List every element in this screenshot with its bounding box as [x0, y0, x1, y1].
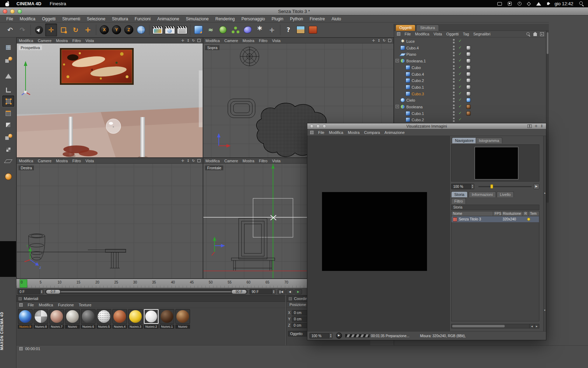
play-button[interactable]	[294, 289, 302, 294]
col-nome[interactable]: Nome	[451, 211, 493, 216]
object-row[interactable]: Cubo	[394, 64, 545, 71]
visibility-toggles[interactable]	[453, 52, 455, 57]
frame-stepper[interactable]	[272, 289, 275, 294]
object-row[interactable]: Cubo.1	[394, 84, 545, 90]
ram-play-button[interactable]	[336, 333, 342, 339]
status-icon-wifi[interactable]	[536, 2, 541, 6]
vp-menu-item[interactable]: Vista	[85, 159, 94, 163]
frame-range-slider[interactable]: 0 F 90 F	[45, 289, 247, 294]
scroll-left-button[interactable]	[529, 324, 534, 328]
col-tempo[interactable]: Tem	[528, 211, 539, 216]
uv-mode-button[interactable]	[2, 144, 14, 155]
om-menu-item[interactable]: Modifica	[415, 32, 429, 36]
scrollbar-thumb[interactable]	[452, 325, 505, 327]
zoom-slider[interactable]	[478, 186, 532, 187]
window-titlebar[interactable]: Senza Titolo 3 *	[0, 7, 588, 15]
object-row[interactable]: Cubo.4	[394, 71, 545, 77]
axis-mode-button[interactable]	[2, 84, 14, 96]
enabled-check-icon[interactable]	[458, 45, 462, 50]
visibility-toggles[interactable]	[453, 97, 455, 103]
main-menu-item[interactable]: Rendering	[215, 16, 234, 21]
macos-app-name[interactable]: CINEMA 4D	[16, 1, 41, 6]
vp-menu-item[interactable]: Mostra	[56, 39, 68, 43]
zoom-apply-button[interactable]	[533, 184, 539, 189]
picture-viewer-titlebar[interactable]: Visualizzatore Immagini	[307, 123, 546, 129]
visibility-toggles[interactable]	[453, 58, 455, 63]
goto-start-button[interactable]	[278, 289, 285, 294]
status-icon-volume[interactable]	[547, 2, 549, 5]
object-row[interactable]: Cubo.1	[394, 110, 545, 117]
main-menu-item[interactable]: Oggetti	[42, 16, 56, 21]
redo-button[interactable]	[16, 23, 28, 36]
points-mode-button[interactable]	[2, 95, 14, 107]
history-h-scrollbar[interactable]	[451, 324, 539, 328]
vp-menu-item[interactable]: Vista	[85, 39, 94, 43]
material-item[interactable]: Nuovo.7	[49, 309, 64, 330]
panel-up-icon[interactable]	[540, 32, 544, 36]
main-menu-item[interactable]: Aiuto	[331, 16, 341, 21]
texture-tag-chip[interactable]	[466, 98, 471, 102]
material-item[interactable]: Nuovo	[65, 309, 80, 330]
range-start-handle[interactable]: 0 F	[46, 290, 60, 294]
tab-filtro[interactable]: Filtro	[451, 198, 466, 204]
texture-mode-button[interactable]	[2, 70, 14, 82]
pv-menu-item[interactable]: File	[318, 130, 324, 135]
material-item[interactable]: Nuovo.5	[96, 309, 112, 330]
polygons-mode-button[interactable]	[2, 119, 14, 131]
zoom-input[interactable]: 100 %	[451, 184, 474, 189]
object-manager-scrollbar[interactable]	[546, 31, 549, 203]
pv-menu-item[interactable]: Mostra	[348, 130, 360, 135]
vp-menu-item[interactable]: Modifica	[19, 39, 33, 43]
maximize-view-icon[interactable]	[197, 39, 201, 42]
vp-menu-item[interactable]: Camere	[38, 39, 51, 43]
model-mode-button[interactable]	[2, 54, 14, 66]
pan-view-icon[interactable]	[181, 159, 184, 163]
spotlight-icon[interactable]	[579, 1, 584, 6]
visibility-toggles[interactable]	[453, 111, 455, 116]
rotate-view-icon[interactable]	[192, 159, 195, 163]
add-metaball-button[interactable]	[241, 23, 253, 36]
range-end-handle[interactable]: 90 F	[232, 290, 246, 294]
pv-zoom-input[interactable]: 100 %	[309, 333, 332, 339]
add-array-button[interactable]	[229, 23, 241, 36]
visibility-toggles[interactable]	[453, 91, 455, 96]
main-menu-item[interactable]: Python	[290, 16, 303, 21]
panel-grip-icon[interactable]	[19, 347, 23, 350]
lock-x-axis-button[interactable]: X	[98, 23, 110, 36]
object-row[interactable]: Cielo	[394, 97, 545, 103]
close-button[interactable]	[3, 9, 7, 14]
om-menu-item[interactable]: Vista	[434, 32, 442, 36]
pan-icon[interactable]	[534, 124, 537, 128]
rotate-tool[interactable]	[70, 23, 82, 36]
object-row[interactable]: Piano	[394, 51, 545, 57]
zoom-view-icon[interactable]	[187, 39, 189, 42]
home-icon[interactable]	[533, 34, 537, 36]
visibility-toggles[interactable]	[453, 45, 455, 50]
material-item[interactable]: Nuovo.8	[33, 309, 49, 330]
main-menu-item[interactable]: Plugin	[272, 16, 283, 21]
scroll-icon[interactable]	[540, 124, 543, 128]
visibility-toggles[interactable]	[453, 84, 455, 90]
main-menu-item[interactable]: Animazione	[157, 16, 179, 21]
zoom-button[interactable]	[323, 124, 326, 128]
live-selection-tool[interactable]	[33, 23, 45, 36]
zoom-button[interactable]	[18, 9, 22, 14]
add-spline-button[interactable]	[205, 23, 217, 36]
maximize-view-icon[interactable]	[388, 39, 391, 42]
main-menu-item[interactable]: Strumenti	[62, 16, 80, 21]
material-item[interactable]: Nuovo.4	[112, 309, 127, 330]
material-item[interactable]: Nuovo.9	[18, 309, 33, 330]
texture-tag-chip[interactable]	[466, 104, 471, 109]
coordinate-system-button[interactable]	[135, 23, 147, 36]
texture-tag-chip[interactable]	[466, 52, 471, 56]
search-icon[interactable]	[526, 32, 530, 36]
perspective-scene[interactable]	[17, 43, 203, 157]
enabled-check-icon[interactable]	[458, 71, 462, 76]
pv-menu-item[interactable]: Modifica	[329, 130, 343, 135]
status-icon-clock[interactable]	[518, 2, 522, 6]
main-menu-item[interactable]: Finestre	[310, 16, 325, 21]
visibility-toggles[interactable]	[453, 39, 455, 44]
object-row[interactable]: Cubo.2	[394, 77, 545, 84]
visibility-toggles[interactable]	[453, 65, 455, 70]
perspective-canvas[interactable]	[17, 43, 203, 157]
